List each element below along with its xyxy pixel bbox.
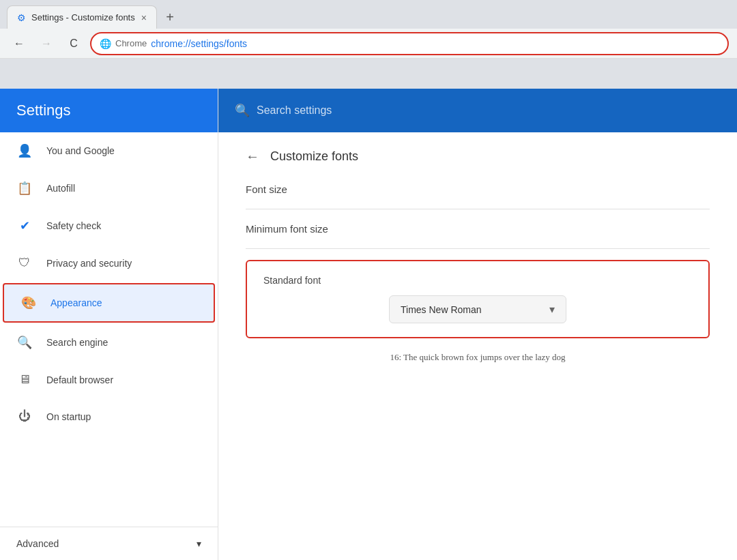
sidebar-item-label: Default browser xyxy=(46,374,113,385)
font-dropdown[interactable]: Times New Roman ▾ xyxy=(389,295,566,323)
tab-title: Settings - Customize fonts xyxy=(31,12,136,23)
sidebar-item-label: Privacy and security xyxy=(46,258,132,269)
sidebar-item-autofill[interactable]: 📋 Autofill xyxy=(0,170,218,207)
shield-icon: 🛡 xyxy=(16,256,33,270)
sidebar-item-default-browser[interactable]: 🖥 Default browser xyxy=(0,362,218,398)
tab-close-button[interactable]: × xyxy=(141,12,147,23)
main-content: 🔍 Search settings ← Customize fonts Font… xyxy=(218,89,737,560)
settings-container: Settings 👤 You and Google 📋 Autofill ✔ S… xyxy=(0,89,737,560)
forward-button[interactable]: → xyxy=(35,33,57,55)
search-placeholder: Search settings xyxy=(257,104,332,117)
back-arrow-icon[interactable]: ← xyxy=(246,149,259,164)
advanced-label: Advanced xyxy=(16,538,59,549)
standard-font-label: Standard font xyxy=(263,275,692,286)
sidebar-title: Settings xyxy=(16,102,71,119)
search-bar: 🔍 Search settings xyxy=(235,103,332,118)
sidebar-items: 👤 You and Google 📋 Autofill ✔ Safety che… xyxy=(0,132,218,527)
tab-bar: ⚙ Settings - Customize fonts × + xyxy=(0,0,737,29)
refresh-button[interactable]: C xyxy=(63,33,85,55)
autofill-icon: 📋 xyxy=(16,181,33,196)
chevron-down-icon: ▾ xyxy=(197,538,201,549)
site-security-icon: 🌐 xyxy=(100,38,111,49)
font-size-label: Font size xyxy=(246,183,287,195)
standard-font-box: Standard font Times New Roman ▾ xyxy=(246,260,710,338)
sidebar-item-label: Search engine xyxy=(46,337,108,348)
content-body: ← Customize fonts Font size Minimum font… xyxy=(218,132,737,371)
active-tab[interactable]: ⚙ Settings - Customize fonts × xyxy=(7,5,157,29)
safety-check-icon: ✔ xyxy=(16,218,33,233)
font-dropdown-value: Times New Roman xyxy=(401,304,482,315)
search-icon: 🔍 xyxy=(16,335,33,350)
sidebar-advanced[interactable]: Advanced ▾ xyxy=(0,527,218,560)
sidebar-item-search-engine[interactable]: 🔍 Search engine xyxy=(0,324,218,362)
sidebar-item-on-startup[interactable]: ⏻ On startup xyxy=(0,398,218,435)
sidebar-item-you-and-google[interactable]: 👤 You and Google xyxy=(0,132,218,170)
sidebar-item-label: Autofill xyxy=(46,183,75,194)
new-tab-button[interactable]: + xyxy=(160,7,180,27)
browser-icon: 🖥 xyxy=(16,372,33,387)
sidebar-item-label: Appearance xyxy=(50,297,102,308)
person-icon: 👤 xyxy=(16,143,33,158)
palette-icon: 🎨 xyxy=(20,295,37,310)
sidebar: Settings 👤 You and Google 📋 Autofill ✔ S… xyxy=(0,89,218,560)
min-font-size-label: Minimum font size xyxy=(246,223,328,235)
main-header: 🔍 Search settings xyxy=(218,89,737,132)
sidebar-item-label: Safety check xyxy=(46,220,101,231)
sidebar-item-label: On startup xyxy=(46,411,91,422)
preview-text: 16: The quick brown fox jumps over the l… xyxy=(246,344,710,371)
content-section-header: ← Customize fonts xyxy=(246,132,710,170)
font-size-row: Font size xyxy=(246,170,710,209)
search-icon: 🔍 xyxy=(235,103,250,118)
tab-favicon: ⚙ xyxy=(17,12,26,23)
sidebar-item-label: You and Google xyxy=(46,145,115,156)
sidebar-item-appearance[interactable]: 🎨 Appearance xyxy=(3,283,215,323)
sidebar-item-safety-check[interactable]: ✔ Safety check xyxy=(0,207,218,245)
startup-icon: ⏻ xyxy=(16,409,33,424)
sidebar-item-privacy-security[interactable]: 🛡 Privacy and security xyxy=(0,245,218,282)
chevron-down-icon: ▾ xyxy=(549,303,555,316)
back-button[interactable]: ← xyxy=(8,33,30,55)
nav-bar: ← → C 🌐 Chrome xyxy=(0,29,737,59)
sidebar-header: Settings xyxy=(0,89,218,132)
address-bar[interactable]: 🌐 Chrome xyxy=(90,32,729,55)
chrome-label: Chrome xyxy=(115,38,147,48)
browser-chrome: ⚙ Settings - Customize fonts × + ← → C 🌐… xyxy=(0,0,737,89)
min-font-size-row: Minimum font size xyxy=(246,209,710,249)
page-title: Customize fonts xyxy=(270,149,358,164)
address-input[interactable] xyxy=(151,38,719,49)
